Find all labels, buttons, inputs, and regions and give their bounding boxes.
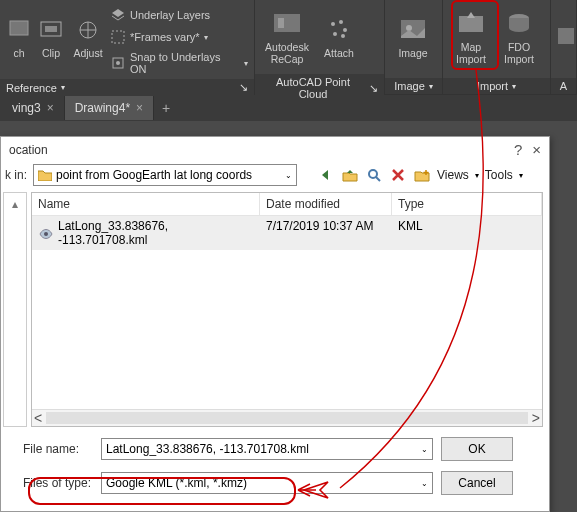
close-button[interactable]: × (532, 141, 541, 158)
sidebar-up-icon[interactable]: ▴ (12, 197, 18, 426)
svg-rect-4 (112, 31, 124, 43)
file-name-input[interactable]: LatLong_33.838676, -113.701708.kml ⌄ (101, 438, 433, 460)
frames-vary-button[interactable]: *Frames vary* ▾ (108, 27, 250, 47)
close-tab-icon[interactable]: × (47, 101, 54, 115)
back-button[interactable] (317, 166, 335, 184)
column-type-header[interactable]: Type (392, 193, 542, 215)
import-location-dialog: ocation ? × k in: point from GoogEarth l… (0, 136, 550, 512)
file-name-cell: LatLong_33.838676, -113.701708.kml (58, 219, 254, 247)
recap-button[interactable]: Autodesk ReCap (259, 2, 315, 72)
ref-icon (4, 15, 34, 45)
ok-button[interactable]: OK (441, 437, 513, 461)
search-web-button[interactable] (365, 166, 383, 184)
image-label: Image (398, 47, 427, 59)
column-name-header[interactable]: Name (32, 193, 260, 215)
ref-btn-label: ch (13, 47, 24, 59)
adjust-icon (73, 15, 103, 45)
svg-point-19 (369, 170, 377, 178)
new-tab-button[interactable]: + (154, 100, 178, 116)
views-caret-icon[interactable]: ▾ (475, 171, 479, 180)
tab2-label: Drawing4* (75, 101, 130, 115)
frames-label: *Frames vary* (130, 31, 200, 43)
cancel-button[interactable]: Cancel (441, 471, 513, 495)
up-button[interactable] (341, 166, 359, 184)
partial-footer: A (551, 78, 576, 94)
recap-icon (272, 9, 302, 39)
close-tab-icon[interactable]: × (136, 101, 143, 115)
import-group-footer[interactable]: Import ▾ (443, 78, 550, 94)
fdo-import-button[interactable]: FDO Import (495, 2, 543, 72)
caret-icon: ▾ (204, 33, 208, 42)
snap-icon (110, 55, 126, 71)
attach-pc-button[interactable]: Attach (315, 2, 363, 72)
file-type-label: Files of type: (23, 476, 93, 490)
tools-button[interactable]: Tools (485, 168, 513, 182)
tools-caret-icon[interactable]: ▾ (519, 171, 523, 180)
snap-underlays-button[interactable]: Snap to Underlays ON ▾ (108, 49, 250, 77)
folder-name: point from GoogEarth lat long coords (56, 168, 281, 182)
reference-footer-label: Reference (6, 82, 57, 94)
expand-icon: ▾ (429, 82, 433, 91)
new-folder-button[interactable] (413, 166, 431, 184)
scroll-left-icon[interactable]: < (34, 410, 42, 426)
map-import-label: Map Import (447, 41, 495, 65)
tab-drawing4[interactable]: Drawing4* × (65, 96, 154, 120)
attach-pc-label: Attach (324, 47, 354, 59)
expand-icon: ▾ (512, 82, 516, 91)
image-group-footer[interactable]: Image ▾ (385, 78, 442, 94)
image-button[interactable]: Image (389, 2, 437, 72)
file-type-value: Google KML (*.kml, *.kmz) (106, 476, 247, 490)
svg-point-6 (116, 61, 120, 65)
file-list[interactable]: Name Date modified Type LatLong_33.83867… (31, 192, 543, 427)
delete-button[interactable] (389, 166, 407, 184)
recap-label: Autodesk ReCap (259, 41, 315, 65)
layers-icon (110, 7, 126, 23)
svg-rect-2 (45, 26, 57, 32)
horizontal-scrollbar[interactable]: < > (32, 409, 542, 426)
look-in-dropdown[interactable]: point from GoogEarth lat long coords ⌄ (33, 164, 297, 186)
places-sidebar[interactable]: ▴ (3, 192, 27, 427)
dropdown-icon[interactable]: ⌄ (421, 479, 428, 488)
caret-icon: ▾ (244, 59, 248, 68)
dropdown-icon[interactable]: ⌄ (421, 445, 428, 454)
adjust-label: Adjust (73, 47, 102, 59)
svg-point-10 (339, 20, 343, 24)
attach-ref-button[interactable]: ch (4, 2, 34, 72)
svg-rect-18 (558, 28, 574, 44)
svg-rect-16 (459, 16, 483, 32)
frames-icon (110, 29, 126, 45)
file-date-cell: 7/17/2019 10:37 AM (260, 216, 392, 250)
map-import-icon (456, 9, 486, 39)
reference-group-footer[interactable]: Reference ▾ ↘ (0, 79, 254, 96)
expand-icon: ▾ (61, 83, 65, 92)
pointcloud-group-footer[interactable]: AutoCAD Point Cloud ↘ (255, 74, 384, 102)
column-date-header[interactable]: Date modified (260, 193, 392, 215)
file-row[interactable]: LatLong_33.838676, -113.701708.kml 7/17/… (32, 216, 542, 250)
clip-label: Clip (42, 47, 60, 59)
kml-file-icon (38, 226, 54, 240)
svg-rect-7 (274, 14, 300, 32)
adjust-button[interactable]: Adjust (68, 2, 108, 72)
svg-rect-0 (10, 21, 28, 35)
clip-button[interactable]: Clip (34, 2, 68, 72)
svg-point-12 (333, 32, 337, 36)
views-button[interactable]: Views (437, 168, 469, 182)
attach-pc-icon (324, 15, 354, 45)
file-name-value: LatLong_33.838676, -113.701708.kml (106, 442, 309, 456)
tab1-label: ving3 (12, 101, 41, 115)
svg-point-20 (44, 232, 48, 236)
underlay-layers-button[interactable]: Underlay Layers (108, 5, 250, 25)
dialog-title: ocation (9, 143, 48, 157)
clip-icon (36, 15, 66, 45)
help-button[interactable]: ? (514, 141, 522, 158)
partial-button[interactable] (555, 2, 577, 72)
import-footer-label: Import (477, 80, 508, 92)
file-type-dropdown[interactable]: Google KML (*.kml, *.kmz) ⌄ (101, 472, 433, 494)
fdo-label: FDO Import (495, 41, 543, 65)
scroll-right-icon[interactable]: > (532, 410, 540, 426)
tab-drawing3[interactable]: ving3 × (2, 96, 65, 120)
file-name-label: File name: (23, 442, 93, 456)
image-footer-label: Image (394, 80, 425, 92)
map-import-button[interactable]: Map Import (447, 2, 495, 72)
svg-point-9 (331, 22, 335, 26)
